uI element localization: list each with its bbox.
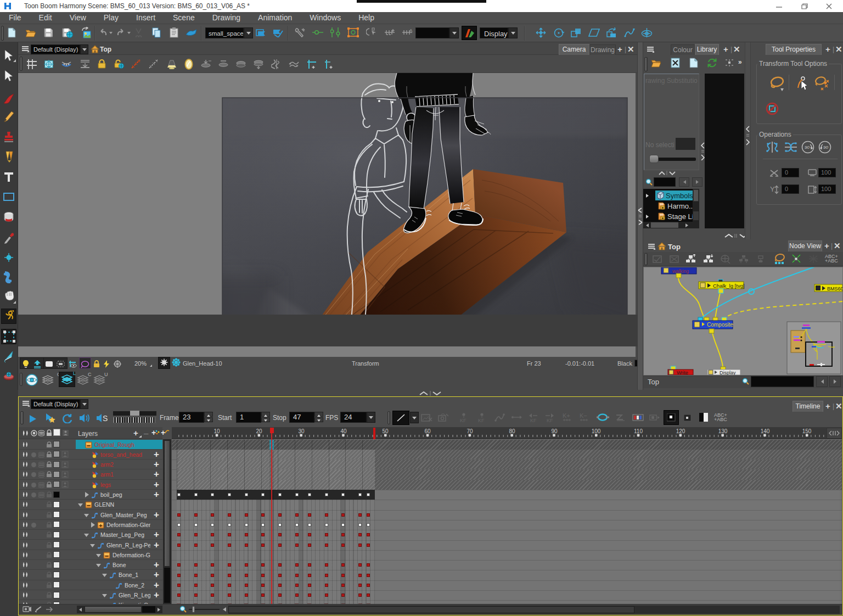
svg-text:KF: KF [460, 418, 467, 423]
svg-text:K+: K+ [563, 412, 570, 419]
svg-text:BMS60: BMS60 [827, 286, 842, 292]
svg-text:Display: Display [720, 370, 736, 375]
svg-text:90: 90 [805, 145, 810, 150]
svg-text:Chalk_lg [tvg]: Chalk_lg [tvg] [713, 283, 745, 289]
svg-text:KF: KF [530, 418, 537, 423]
svg-text:Write: Write [677, 370, 688, 375]
svg-text:S: S [103, 414, 108, 423]
svg-text:Composite: Composite [707, 322, 733, 328]
svg-text:KF: KF [478, 418, 485, 423]
svg-text:K−: K− [580, 412, 587, 419]
svg-text:90: 90 [823, 145, 828, 150]
svg-text:KF: KF [547, 418, 553, 423]
svg-text:A: A [409, 28, 413, 33]
svg-text:Y: Y [770, 185, 775, 193]
